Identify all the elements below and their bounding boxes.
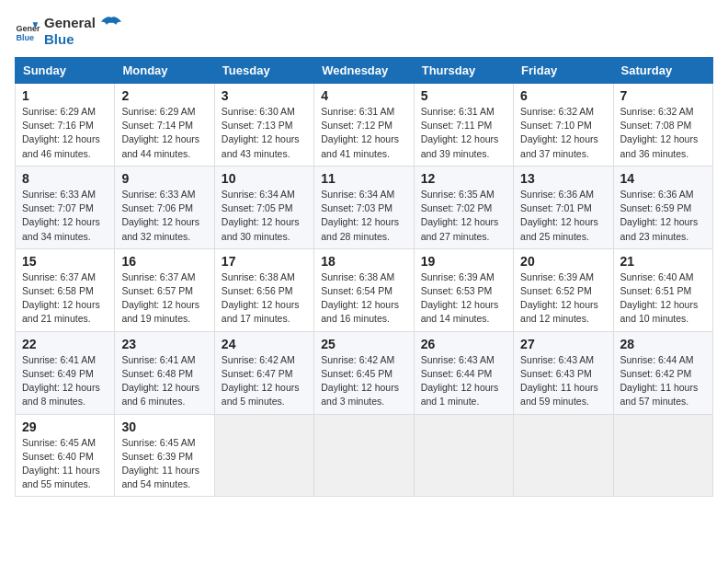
day-info: Sunrise: 6:29 AMSunset: 7:14 PMDaylight:… [121,106,199,159]
day-number: 6 [520,88,606,103]
logo: General Blue General Blue [15,15,121,48]
day-info: Sunrise: 6:34 AMSunset: 7:05 PMDaylight:… [222,189,300,242]
calendar-cell: 8 Sunrise: 6:33 AMSunset: 7:07 PMDayligh… [16,166,115,248]
day-info: Sunrise: 6:39 AMSunset: 6:52 PMDaylight:… [520,271,598,325]
calendar-cell: 21 Sunrise: 6:40 AMSunset: 6:51 PMDaylig… [613,248,712,331]
calendar-cell: 24 Sunrise: 6:42 AMSunset: 6:47 PMDaylig… [214,331,313,414]
calendar-cell: 26 Sunrise: 6:43 AMSunset: 6:44 PMDaylig… [414,331,513,414]
calendar-cell [514,414,613,497]
day-info: Sunrise: 6:38 AMSunset: 6:54 PMDaylight:… [321,271,399,325]
day-number: 30 [121,419,207,434]
header-saturday: Saturday [613,58,712,84]
day-number: 15 [22,254,108,269]
day-info: Sunrise: 6:37 AMSunset: 6:57 PMDaylight:… [121,271,199,325]
calendar-cell [314,414,414,497]
day-number: 29 [22,419,108,434]
page-header: General Blue General Blue [15,15,713,48]
day-info: Sunrise: 6:42 AMSunset: 6:45 PMDaylight:… [321,354,399,408]
calendar-table: SundayMondayTuesdayWednesdayThursdayFrid… [15,57,713,497]
calendar-cell: 3 Sunrise: 6:30 AMSunset: 7:13 PMDayligh… [214,84,313,167]
day-info: Sunrise: 6:31 AMSunset: 7:12 PMDaylight:… [321,106,399,159]
day-number: 4 [321,88,406,103]
calendar-cell: 18 Sunrise: 6:38 AMSunset: 6:54 PMDaylig… [314,248,414,331]
day-info: Sunrise: 6:32 AMSunset: 7:10 PMDaylight:… [520,106,598,159]
day-info: Sunrise: 6:31 AMSunset: 7:11 PMDaylight:… [421,106,499,159]
calendar-cell: 17 Sunrise: 6:38 AMSunset: 6:56 PMDaylig… [214,248,313,331]
day-info: Sunrise: 6:36 AMSunset: 7:01 PMDaylight:… [520,189,598,242]
day-info: Sunrise: 6:35 AMSunset: 7:02 PMDaylight:… [421,189,499,242]
day-number: 18 [321,254,406,269]
day-info: Sunrise: 6:45 AMSunset: 6:39 PMDaylight:… [121,437,199,490]
calendar-cell: 4 Sunrise: 6:31 AMSunset: 7:12 PMDayligh… [314,84,414,167]
day-info: Sunrise: 6:44 AMSunset: 6:42 PMDaylight:… [620,354,699,408]
calendar-cell: 7 Sunrise: 6:32 AMSunset: 7:08 PMDayligh… [613,84,712,167]
calendar-cell: 20 Sunrise: 6:39 AMSunset: 6:52 PMDaylig… [514,248,613,331]
day-number: 5 [421,88,506,103]
calendar-week-row: 8 Sunrise: 6:33 AMSunset: 7:07 PMDayligh… [16,166,713,248]
day-number: 7 [620,88,706,103]
calendar-week-row: 22 Sunrise: 6:41 AMSunset: 6:49 PMDaylig… [16,331,713,414]
day-number: 28 [620,337,706,351]
day-number: 26 [421,337,506,351]
day-info: Sunrise: 6:30 AMSunset: 7:13 PMDaylight:… [222,106,300,159]
calendar-cell [414,414,513,497]
header-wednesday: Wednesday [314,58,414,84]
calendar-cell: 11 Sunrise: 6:34 AMSunset: 7:03 PMDaylig… [314,166,414,248]
calendar-cell: 25 Sunrise: 6:42 AMSunset: 6:45 PMDaylig… [314,331,414,414]
calendar-cell: 28 Sunrise: 6:44 AMSunset: 6:42 PMDaylig… [613,331,712,414]
header-sunday: Sunday [16,58,115,84]
day-number: 17 [222,254,307,269]
day-number: 2 [121,88,207,103]
day-info: Sunrise: 6:32 AMSunset: 7:08 PMDaylight:… [620,106,699,159]
day-info: Sunrise: 6:33 AMSunset: 7:06 PMDaylight:… [121,189,199,242]
calendar-cell: 27 Sunrise: 6:43 AMSunset: 6:43 PMDaylig… [514,331,613,414]
day-number: 10 [222,171,307,186]
day-info: Sunrise: 6:41 AMSunset: 6:49 PMDaylight:… [22,354,100,408]
calendar-cell: 16 Sunrise: 6:37 AMSunset: 6:57 PMDaylig… [115,248,214,331]
day-info: Sunrise: 6:34 AMSunset: 7:03 PMDaylight:… [321,189,399,242]
day-number: 16 [121,254,207,269]
calendar-cell [214,414,313,497]
header-friday: Friday [514,58,613,84]
calendar-cell: 30 Sunrise: 6:45 AMSunset: 6:39 PMDaylig… [115,414,214,497]
day-number: 22 [22,337,108,351]
calendar-week-row: 1 Sunrise: 6:29 AMSunset: 7:16 PMDayligh… [16,84,713,167]
day-info: Sunrise: 6:33 AMSunset: 7:07 PMDaylight:… [22,189,100,242]
calendar-cell: 29 Sunrise: 6:45 AMSunset: 6:40 PMDaylig… [16,414,115,497]
day-number: 21 [620,254,706,269]
calendar-cell: 14 Sunrise: 6:36 AMSunset: 6:59 PMDaylig… [613,166,712,248]
calendar-cell: 6 Sunrise: 6:32 AMSunset: 7:10 PMDayligh… [514,84,613,167]
calendar-cell: 5 Sunrise: 6:31 AMSunset: 7:11 PMDayligh… [414,84,513,167]
calendar-cell: 13 Sunrise: 6:36 AMSunset: 7:01 PMDaylig… [514,166,613,248]
day-number: 25 [321,337,406,351]
calendar-week-row: 29 Sunrise: 6:45 AMSunset: 6:40 PMDaylig… [16,414,713,497]
svg-text:General: General [16,24,40,33]
day-number: 13 [520,171,606,186]
day-number: 1 [22,88,108,103]
day-number: 27 [520,337,606,351]
calendar-header-row: SundayMondayTuesdayWednesdayThursdayFrid… [16,58,713,84]
calendar-cell: 22 Sunrise: 6:41 AMSunset: 6:49 PMDaylig… [16,331,115,414]
logo-general: General [44,15,96,31]
calendar-week-row: 15 Sunrise: 6:37 AMSunset: 6:58 PMDaylig… [16,248,713,331]
svg-text:Blue: Blue [16,33,34,42]
logo-blue: Blue [44,31,96,48]
header-monday: Monday [115,58,214,84]
calendar-cell: 23 Sunrise: 6:41 AMSunset: 6:48 PMDaylig… [115,331,214,414]
day-info: Sunrise: 6:39 AMSunset: 6:53 PMDaylight:… [421,271,499,325]
calendar-cell: 1 Sunrise: 6:29 AMSunset: 7:16 PMDayligh… [16,84,115,167]
calendar-cell: 10 Sunrise: 6:34 AMSunset: 7:05 PMDaylig… [214,166,313,248]
day-info: Sunrise: 6:29 AMSunset: 7:16 PMDaylight:… [22,106,100,159]
day-number: 23 [121,337,207,351]
day-number: 11 [321,171,406,186]
calendar-cell: 19 Sunrise: 6:39 AMSunset: 6:53 PMDaylig… [414,248,513,331]
calendar-cell: 15 Sunrise: 6:37 AMSunset: 6:58 PMDaylig… [16,248,115,331]
day-number: 9 [121,171,207,186]
day-info: Sunrise: 6:41 AMSunset: 6:48 PMDaylight:… [121,354,199,408]
day-number: 24 [222,337,307,351]
logo-icon: General Blue [15,18,40,44]
header-tuesday: Tuesday [214,58,313,84]
calendar-cell: 2 Sunrise: 6:29 AMSunset: 7:14 PMDayligh… [115,84,214,167]
day-info: Sunrise: 6:40 AMSunset: 6:51 PMDaylight:… [620,271,699,325]
day-number: 3 [222,88,307,103]
